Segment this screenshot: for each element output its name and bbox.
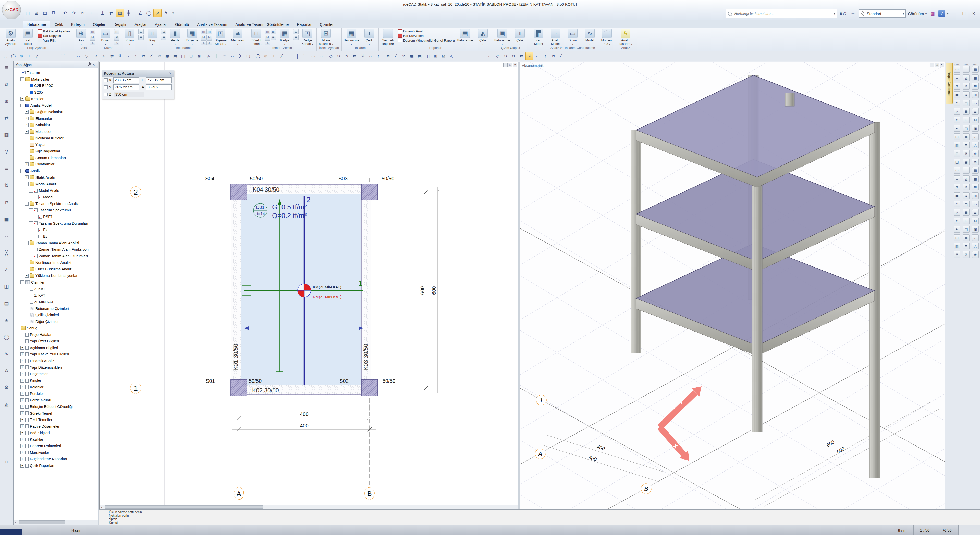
right-tool-icon-3-22[interactable]: ◬ [972, 243, 979, 249]
left-tool-icon-17[interactable]: ◯ [2, 332, 12, 342]
left-tool-icon-12[interactable]: ╳ [2, 248, 12, 257]
scroll-right-icon[interactable]: › [514, 506, 518, 509]
right-tool-icon-2-10[interactable]: ≣ [963, 142, 969, 148]
right-tool-icon-2-13[interactable]: ∷ [963, 167, 969, 174]
column-s02[interactable] [361, 379, 378, 396]
ribbon-button-betonarme[interactable]: ▤Betonarme▾ [456, 29, 474, 46]
right-tool-icon-1-6[interactable]: ◬ [954, 108, 960, 115]
right-tool-icon-3-10[interactable]: ◬ [972, 142, 979, 148]
ribbon-mini-icon[interactable]: ⊞ [270, 29, 276, 34]
tree-item-proje-hatalar[interactable]: Proje Hataları [14, 332, 98, 338]
view-menu-button[interactable]: Görünüm ▾ [908, 11, 927, 16]
tree-item-modal[interactable]: Modal [14, 194, 98, 200]
drawing-tool-icon-3[interactable]: ⊕ [18, 52, 25, 60]
ribbon-button-d-eme-kenar[interactable]: ◳DöşemeKenarı ▾ [212, 29, 229, 46]
tree-item-kabuklar[interactable]: +Kabuklar [14, 122, 98, 129]
command-prompt[interactable]: Komut : [109, 521, 980, 525]
left-tool-icon-1[interactable]: ≣ [2, 63, 12, 72]
drawing-tool-icon-7[interactable]: ┼ [49, 52, 57, 60]
collapse-icon[interactable]: − [29, 221, 33, 225]
expand-icon[interactable]: + [25, 274, 29, 278]
tree-item-noktasal-k-tleler[interactable]: Noktasal Kütleler [14, 135, 98, 141]
drawing-tool-icon-40[interactable]: ▱ [317, 52, 325, 60]
right-tool-icon-1-1[interactable]: ▭ [954, 66, 960, 73]
right-tool-icon-1-19[interactable]: ⊕ [954, 217, 960, 224]
expand-icon[interactable]: + [21, 424, 24, 428]
tree-item-izimler[interactable]: −Çizimler [14, 279, 98, 286]
drawing-tool-icon-55[interactable]: ⊠ [439, 52, 447, 60]
view-tool-icon-2[interactable]: ◇ [494, 52, 502, 60]
right-tool-icon-2-6[interactable]: ▦ [963, 108, 969, 115]
pin-icon[interactable] [87, 62, 91, 67]
viewport-close-icon[interactable]: ✕ [513, 63, 517, 67]
quick-access-icon-7[interactable]: ⟲ [78, 9, 86, 17]
drawing-tool-icon-12[interactable]: ↺ [92, 52, 100, 60]
ribbon-button-betonarme[interactable]: ▣Betonarme▾ [493, 29, 511, 46]
drawing-tool-icon-23[interactable]: ◫ [179, 52, 187, 60]
drawing-tool-icon-37[interactable]: ┼ [293, 52, 301, 60]
tree-item-di-er-izimler[interactable]: Diğer Çizimler [14, 318, 98, 325]
right-tool-icon-3-9[interactable]: ∷ [972, 133, 979, 140]
ribbon-button-elik[interactable]: IÇelik▾ [511, 29, 528, 46]
left-tool-icon-18[interactable]: ∿ [2, 349, 12, 359]
ribbon-button-betonarme[interactable]: ▦Betonarme▾ [342, 29, 361, 46]
ribbon-button-elik[interactable]: ◭Çelik▾ [474, 29, 491, 46]
expand-icon[interactable]: + [25, 175, 29, 179]
slab-level-3[interactable] [636, 75, 875, 187]
right-tool-icon-1-11[interactable]: ⊞ [954, 150, 960, 157]
right-tool-icon-3-14[interactable]: ▦ [972, 175, 979, 182]
right-tool-icon-2-19[interactable]: ⊞ [963, 217, 969, 224]
expand-icon[interactable]: + [21, 352, 24, 356]
ribbon-button-s-rekli-temel[interactable]: ⊔SürekliTemel ▾ [248, 29, 265, 46]
ribbon-button-analiz-ayarlar[interactable]: ⚙AnalizAyarları [2, 29, 19, 46]
menu-tab-ayarlar[interactable]: Ayarlar [151, 21, 171, 28]
minimize-button[interactable]: ─ [950, 10, 958, 17]
expand-icon[interactable]: + [21, 379, 24, 383]
tree-horizontal-scrollbar[interactable]: ‹ › [14, 520, 98, 525]
left-tool-icon-5[interactable]: ▦ [2, 130, 12, 140]
collapse-icon[interactable]: − [16, 326, 20, 330]
expand-icon[interactable]: + [25, 116, 29, 121]
right-tool-icon-2-1[interactable]: ∷ [963, 66, 969, 73]
ribbon-mini-icon[interactable]: ⊠ [201, 35, 206, 40]
collapse-icon[interactable]: − [25, 241, 29, 245]
right-tool-icon-2-2[interactable]: ◬ [963, 75, 969, 81]
right-tool-icon-1-9[interactable]: ▤ [954, 133, 960, 140]
tree-item-merdivenler[interactable]: +Merdivenler [14, 449, 98, 456]
collapse-icon[interactable]: − [21, 77, 24, 81]
right-tool-icon-2-17[interactable]: ▤ [963, 201, 969, 207]
tree-item-nonlineer-i-tme-analizi[interactable]: Nonlineer İtme Analizi [14, 259, 98, 266]
tree-item-tasar-m-spektrumu-durumlar[interactable]: −Tasarım Spektrumu Durumları [14, 220, 98, 227]
right-tool-icon-3-21[interactable]: ∷ [972, 234, 979, 241]
coordinate-box[interactable]: Koordinat Kutusu ✕ X 233.85 cm L 423.12 … [102, 70, 174, 99]
layer-list-icon[interactable]: �ణ [839, 10, 847, 17]
drawing-tool-icon-32[interactable]: ◯ [254, 52, 262, 60]
expand-icon[interactable]: + [21, 385, 24, 389]
front-column[interactable] [752, 177, 762, 432]
drawing-tool-icon-5[interactable]: ╱ [33, 52, 41, 60]
drawing-tool-icon-52[interactable]: ▤ [416, 52, 424, 60]
view-tool-icon-3[interactable]: ↺ [502, 52, 510, 60]
tree-item-mesnetler[interactable]: +Mesnetler [14, 128, 98, 135]
ribbon-button-analiz-modeli[interactable]: ▫AnalizModeli [547, 29, 564, 46]
drawing-tool-icon-34[interactable]: + [270, 52, 278, 60]
drawing-tool-icon-45[interactable]: ⇅ [359, 52, 366, 60]
tree-item-kaz-klar[interactable]: +Kazıklar [14, 436, 98, 443]
tree-item-zemi-n-kat[interactable]: ZEMİN KAT [14, 298, 98, 305]
expand-icon[interactable]: + [25, 123, 29, 127]
ribbon-mini-icon[interactable]: ⊠ [90, 35, 95, 40]
ribbon-mini-icon[interactable]: ⊠ [265, 35, 270, 40]
tree-item-kolonlar[interactable]: +Kolonlar [14, 384, 98, 391]
tree-item-elik-izimleri[interactable]: Çelik Çizimleri [14, 312, 98, 318]
view-tool-icon-5[interactable]: ⇄ [517, 52, 525, 60]
expand-icon[interactable]: + [21, 411, 24, 415]
right-tool-icon-2-15[interactable]: ⊕ [963, 184, 969, 191]
quick-access-icon-15[interactable]: ↗ [153, 9, 162, 17]
expand-icon[interactable]: + [21, 457, 24, 461]
right-tool-icon-3-7[interactable]: ⊠ [972, 116, 979, 123]
right-tool-icon-2-3[interactable]: ⊕ [963, 83, 969, 89]
right-tool-icon-1-12[interactable]: ◫ [954, 159, 960, 165]
ribbon-button-yar-rijit[interactable]: Yarı Rijit [38, 38, 70, 42]
drawing-tool-icon-53[interactable]: ◫ [424, 52, 431, 60]
left-tool-icon-19[interactable]: A [2, 366, 12, 375]
